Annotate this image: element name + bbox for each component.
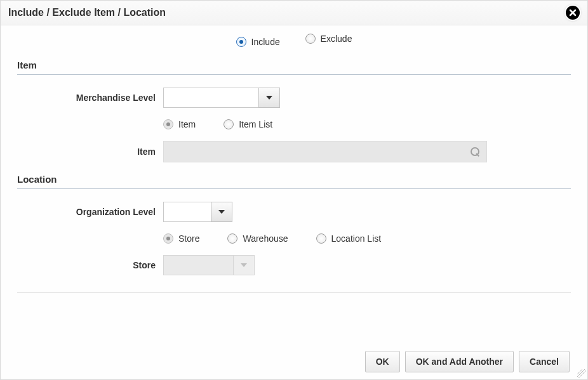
dialog-footer: OK OK and Add Another Cancel bbox=[1, 344, 587, 379]
item-type-item-label: Item bbox=[178, 119, 196, 129]
organization-level-select[interactable] bbox=[163, 202, 232, 222]
radio-icon bbox=[316, 233, 326, 244]
close-icon bbox=[569, 9, 577, 16]
merchandise-level-dropdown-button[interactable] bbox=[258, 88, 280, 108]
radio-icon bbox=[224, 119, 234, 129]
merchandise-level-select[interactable] bbox=[163, 88, 280, 108]
store-dropdown-button bbox=[233, 255, 255, 275]
store-lookup-row: Store bbox=[17, 255, 571, 275]
radio-icon bbox=[163, 233, 173, 244]
item-section-rule bbox=[17, 74, 571, 75]
dialog-body[interactable]: Include Exclude Item Merchandise Level bbox=[6, 26, 582, 341]
item-section-header: Item bbox=[17, 60, 571, 70]
store-lookup-label: Store bbox=[17, 260, 163, 270]
item-type-itemlist-label: Item List bbox=[239, 119, 272, 129]
merchandise-level-row: Merchandise Level bbox=[17, 88, 571, 108]
loc-type-loclist-radio[interactable]: Location List bbox=[316, 233, 382, 244]
search-icon bbox=[470, 147, 480, 157]
mode-include-label: Include bbox=[251, 37, 280, 47]
item-search-input[interactable] bbox=[163, 141, 487, 162]
mode-exclude-radio[interactable]: Exclude bbox=[305, 34, 352, 44]
store-select bbox=[163, 255, 255, 275]
radio-icon bbox=[305, 34, 316, 44]
resize-grip[interactable] bbox=[577, 369, 586, 378]
chevron-down-icon bbox=[241, 263, 247, 267]
item-lookup-row: Item bbox=[17, 141, 571, 162]
dialog-title: Include / Exclude Item / Location bbox=[8, 7, 166, 18]
dialog-titlebar: Include / Exclude Item / Location bbox=[1, 1, 587, 25]
chevron-down-icon bbox=[218, 210, 225, 214]
ok-button[interactable]: OK bbox=[365, 351, 400, 372]
mode-include-radio[interactable]: Include bbox=[236, 37, 280, 47]
item-type-itemlist-radio[interactable]: Item List bbox=[224, 119, 272, 129]
radio-icon bbox=[227, 233, 237, 244]
scroll-spacer bbox=[17, 295, 571, 341]
organization-level-input[interactable] bbox=[163, 202, 211, 222]
loc-type-loclist-label: Location List bbox=[331, 233, 382, 244]
cancel-button[interactable]: Cancel bbox=[519, 351, 570, 372]
organization-level-dropdown-button[interactable] bbox=[211, 202, 232, 222]
include-exclude-dialog: Include / Exclude Item / Location Includ… bbox=[0, 0, 588, 380]
radio-icon bbox=[236, 37, 246, 47]
loc-type-store-radio[interactable]: Store bbox=[163, 233, 199, 244]
mode-exclude-label: Exclude bbox=[321, 34, 352, 44]
body-bottom-rule bbox=[17, 292, 571, 292]
loc-type-warehouse-label: Warehouse bbox=[243, 233, 288, 244]
location-section-header: Location bbox=[17, 174, 571, 185]
loc-type-warehouse-radio[interactable]: Warehouse bbox=[227, 233, 288, 244]
item-lookup-label: Item bbox=[17, 147, 163, 157]
radio-icon bbox=[163, 119, 173, 129]
include-exclude-row: Include Exclude bbox=[17, 34, 571, 47]
organization-level-label: Organization Level bbox=[17, 207, 163, 217]
location-type-row: Store Warehouse Location List bbox=[17, 233, 571, 244]
close-button[interactable] bbox=[566, 6, 580, 20]
ok-add-another-button[interactable]: OK and Add Another bbox=[405, 351, 514, 372]
merchandise-level-label: Merchandise Level bbox=[17, 93, 163, 103]
loc-type-store-label: Store bbox=[178, 233, 199, 244]
merchandise-level-input[interactable] bbox=[163, 88, 258, 108]
store-input bbox=[163, 255, 233, 275]
item-type-row: Item Item List bbox=[17, 119, 571, 129]
chevron-down-icon bbox=[266, 96, 272, 100]
location-section-rule bbox=[17, 188, 571, 189]
item-type-item-radio[interactable]: Item bbox=[163, 119, 196, 129]
organization-level-row: Organization Level bbox=[17, 202, 571, 222]
